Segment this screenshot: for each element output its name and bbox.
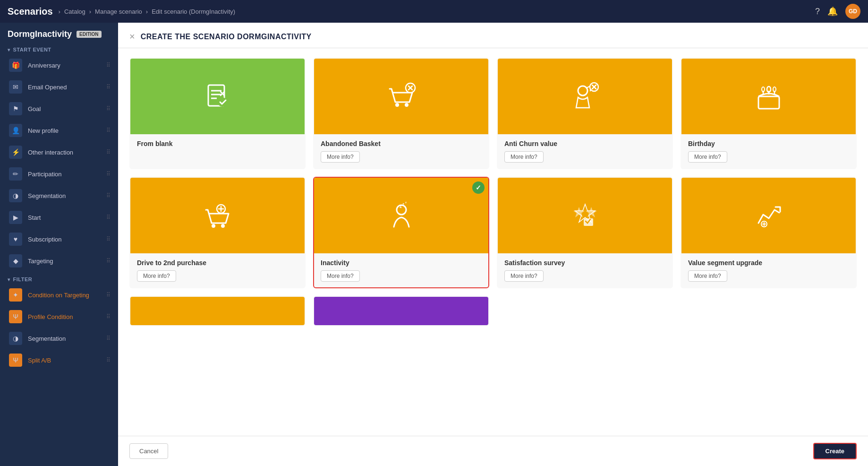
header-actions: ? 🔔 GD <box>815 4 860 19</box>
svg-marker-31 <box>573 207 585 217</box>
filter-label: FILTER <box>13 276 33 282</box>
card-anti-churn-image <box>498 59 672 134</box>
email-opened-icon: ✉ <box>9 80 22 94</box>
sidebar-item-email-opened[interactable]: ✉ Email Opened ⠿ <box>0 76 118 98</box>
sidebar-item-filter-segmentation-label: Segmentation <box>28 335 66 342</box>
sidebar-item-goal[interactable]: ⚑ Goal ⠿ <box>0 98 118 120</box>
svg-point-5 <box>395 103 399 107</box>
card-from-blank-body: From blank <box>130 134 305 157</box>
drag-handle: ⠿ <box>106 258 111 264</box>
start-event-section[interactable]: ▾ START EVENT <box>0 42 118 54</box>
sidebar-item-anniversary[interactable]: 🎁 Anniversary ⠿ <box>0 54 118 76</box>
card-drive-2nd-purchase-title: Drive to 2nd purchase <box>137 259 298 267</box>
sidebar-item-new-profile[interactable]: 👤 New profile ⠿ <box>0 120 118 141</box>
drag-handle: ⠿ <box>106 105 111 112</box>
drag-handle: ⠿ <box>106 335 111 342</box>
start-event-label: START EVENT <box>13 47 51 52</box>
svg-text:z: z <box>402 202 404 206</box>
profile-condition-icon: Ψ <box>9 310 22 323</box>
segmentation-icon: ◑ <box>9 189 22 202</box>
card-birthday-more[interactable]: More info? <box>688 151 727 163</box>
card-abandoned-basket[interactable]: Abandoned Basket More info? <box>313 58 489 169</box>
sidebar-item-segmentation-label: Segmentation <box>28 192 66 199</box>
svg-point-22 <box>221 224 225 228</box>
card-extra-2[interactable] <box>313 296 489 326</box>
edition-badge: EDITION <box>77 31 102 38</box>
help-icon[interactable]: ? <box>815 7 820 17</box>
svg-text:z: z <box>405 201 407 204</box>
svg-point-10 <box>578 86 587 95</box>
app-title: Scenarios <box>8 6 53 17</box>
sidebar-item-participation-label: Participation <box>28 171 62 178</box>
sidebar-item-start-label: Start <box>28 214 41 221</box>
create-button[interactable]: Create <box>813 443 857 459</box>
breadcrumb-edit: Edit scenario (DormgInactivity) <box>152 8 235 15</box>
card-extra-1[interactable] <box>129 296 306 326</box>
targeting-icon: ◆ <box>9 254 22 268</box>
card-anti-churn-more[interactable]: More info? <box>504 151 544 163</box>
close-button[interactable]: × <box>129 31 135 42</box>
card-from-blank-image <box>130 59 305 134</box>
card-from-blank-title: From blank <box>137 140 298 147</box>
cancel-button[interactable]: Cancel <box>129 443 168 459</box>
card-value-segment-more[interactable]: More info? <box>688 270 727 282</box>
sidebar-item-filter-segmentation[interactable]: ◑ Segmentation ⠿ <box>0 328 118 349</box>
sidebar-item-profile-condition[interactable]: Ψ Profile Condition ⠿ <box>0 306 118 328</box>
breadcrumb-manage[interactable]: Manage scenario <box>95 8 142 15</box>
card-birthday-title: Birthday <box>688 140 849 147</box>
card-drive-2nd-purchase[interactable]: Drive to 2nd purchase More info? <box>129 177 306 288</box>
breadcrumb-catalog[interactable]: Catalog <box>64 8 85 15</box>
anniversary-icon: 🎁 <box>9 59 22 72</box>
sidebar-item-start[interactable]: ▶ Start ⠿ <box>0 207 118 228</box>
avatar[interactable]: GD <box>845 4 860 19</box>
card-abandoned-basket-body: Abandoned Basket More info? <box>314 134 488 168</box>
card-anti-churn-body: Anti Churn value More info? <box>498 134 672 168</box>
svg-marker-32 <box>586 207 597 217</box>
main-title: CREATE THE SCENARIO DORMGINACTIVITY <box>141 33 312 41</box>
drag-handle: ⠿ <box>106 192 111 199</box>
drag-handle: ⠿ <box>106 84 111 90</box>
card-inactivity[interactable]: z z z ✓ Inactivity More info? <box>313 177 489 288</box>
card-inactivity-more[interactable]: More info? <box>321 270 360 282</box>
sidebar-item-profile-condition-label: Profile Condition <box>28 313 73 320</box>
sidebar-item-split-ab-label: Split A/B <box>28 357 51 364</box>
cards-row-1: From blank <box>129 58 857 169</box>
sidebar-item-subscription[interactable]: ♥ Subscription ⠿ <box>0 228 118 250</box>
sidebar-item-other-interaction-label: Other interaction <box>28 149 73 156</box>
sidebar-item-targeting[interactable]: ◆ Targeting ⠿ <box>0 250 118 272</box>
card-satisfaction-survey-more[interactable]: More info? <box>504 270 544 282</box>
sidebar-item-other-interaction[interactable]: ⚡ Other interaction ⠿ <box>0 141 118 163</box>
filter-section[interactable]: ▾ FILTER <box>0 272 118 284</box>
card-value-segment[interactable]: Value segment upgrade More info? <box>681 177 857 288</box>
card-extra-1-image <box>130 297 305 325</box>
sidebar-item-segmentation[interactable]: ◑ Segmentation ⠿ <box>0 185 118 207</box>
svg-rect-14 <box>758 96 779 109</box>
card-inactivity-title: Inactivity <box>321 259 482 267</box>
card-value-segment-image <box>681 178 856 253</box>
svg-point-4 <box>218 97 227 107</box>
cards-row-2: Drive to 2nd purchase More info? z z z <box>129 177 857 288</box>
card-satisfaction-survey[interactable]: Satisfaction survey More info? <box>497 177 673 288</box>
card-extra-2-image <box>314 297 488 325</box>
card-birthday-body: Birthday More info? <box>681 134 856 168</box>
card-anti-churn[interactable]: Anti Churn value More info? <box>497 58 673 169</box>
breadcrumb: › Catalog › Manage scenario › Edit scena… <box>57 8 238 15</box>
card-anti-churn-title: Anti Churn value <box>504 140 665 147</box>
drag-handle: ⠿ <box>106 214 111 221</box>
sidebar-item-participation[interactable]: ✏ Participation ⠿ <box>0 163 118 185</box>
notification-icon[interactable]: 🔔 <box>827 6 838 17</box>
new-profile-icon: 👤 <box>9 124 22 137</box>
cards-row-3 <box>129 296 857 326</box>
selected-check-badge: ✓ <box>472 181 485 194</box>
sidebar-item-split-ab[interactable]: Ψ Split A/B ⠿ <box>0 349 118 371</box>
filter-segmentation-icon: ◑ <box>9 332 22 345</box>
card-abandoned-basket-more[interactable]: More info? <box>321 151 360 163</box>
card-birthday[interactable]: Birthday More info? <box>681 58 857 169</box>
card-drive-2nd-purchase-more[interactable]: More info? <box>137 270 176 282</box>
card-from-blank[interactable]: From blank <box>129 58 306 169</box>
sidebar-item-condition-on-targeting[interactable]: ✦ Condition on Targeting ⠿ <box>0 284 118 306</box>
sidebar: DormgInactivity EDITION ▾ START EVENT 🎁 … <box>0 23 118 466</box>
scenario-name: DormgInactivity <box>8 29 72 39</box>
sidebar-item-new-profile-label: New profile <box>28 127 59 134</box>
sidebar-item-anniversary-label: Anniversary <box>28 62 60 69</box>
